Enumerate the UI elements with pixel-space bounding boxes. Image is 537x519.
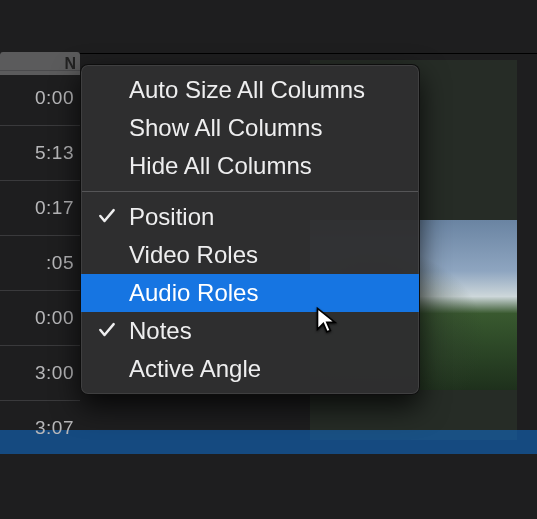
timecode-cell: :05 [0, 235, 80, 290]
menu-item-label: Video Roles [129, 241, 258, 269]
timecode-cell: 3:07 [0, 400, 80, 455]
menu-item-label: Auto Size All Columns [129, 76, 365, 104]
check-icon [97, 320, 117, 340]
menu-item-label: Active Angle [129, 355, 261, 383]
menu-item-label: Audio Roles [129, 279, 258, 307]
menu-item-label: Position [129, 203, 214, 231]
menu-item-audio-roles[interactable]: Audio Roles [81, 274, 419, 312]
check-icon [97, 206, 117, 226]
menu-item-label: Hide All Columns [129, 152, 312, 180]
column-context-menu: Auto Size All Columns Show All Columns H… [80, 64, 420, 395]
menu-item-label: Show All Columns [129, 114, 322, 142]
menu-item-label: Notes [129, 317, 192, 345]
timecode-cell: 3:00 [0, 345, 80, 400]
timecode-column: 0:00 5:13 0:17 :05 0:00 3:00 3:07 [0, 70, 80, 455]
timecode-cell: 0:00 [0, 290, 80, 345]
menu-item-auto-size-all-columns[interactable]: Auto Size All Columns [81, 71, 419, 109]
menu-separator [82, 191, 418, 192]
timecode-cell: 0:17 [0, 180, 80, 235]
menu-item-position[interactable]: Position [81, 198, 419, 236]
timecode-cell: 5:13 [0, 125, 80, 180]
divider [0, 53, 537, 54]
menu-item-hide-all-columns[interactable]: Hide All Columns [81, 147, 419, 185]
menu-item-show-all-columns[interactable]: Show All Columns [81, 109, 419, 147]
menu-item-active-angle[interactable]: Active Angle [81, 350, 419, 388]
timecode-cell: 0:00 [0, 70, 80, 125]
menu-item-notes[interactable]: Notes [81, 312, 419, 350]
menu-item-video-roles[interactable]: Video Roles [81, 236, 419, 274]
clip-audio-waveform [0, 430, 537, 454]
